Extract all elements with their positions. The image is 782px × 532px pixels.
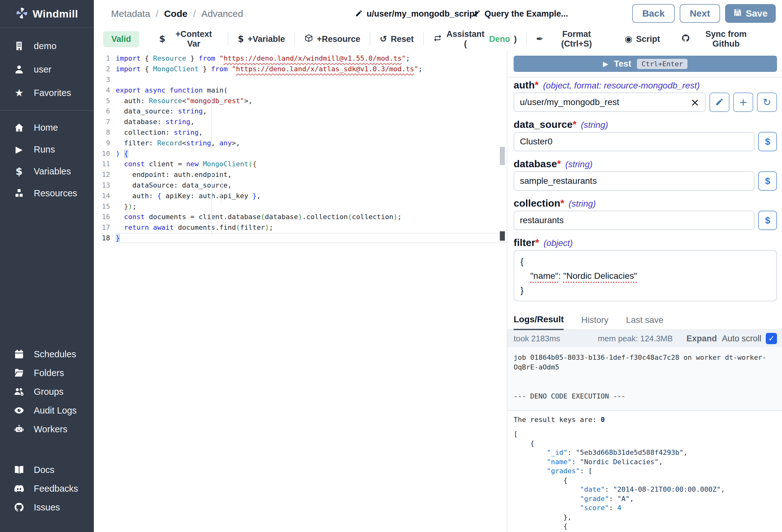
book-icon [13,464,25,476]
topbar-actions: Back Next Save [632,4,776,23]
play-icon: ▶ [603,60,608,68]
save-button[interactable]: Save [725,4,776,23]
clear-icon[interactable]: × [691,96,700,109]
dollar-icon: $ [159,35,165,43]
sidebar-item-runs[interactable]: ▶Runs [0,140,94,159]
sidebar-item-docs[interactable]: Docs [0,461,94,478]
database-field-label: database* (string) [513,158,777,169]
expand-button[interactable]: Expand [686,334,717,344]
editor-scrollbar-thumb[interactable] [500,147,505,165]
dollar-icon: $ [13,165,25,177]
insert-variable-button[interactable]: $ [758,132,777,151]
code-line: 18} [94,233,507,243]
script-kind-button[interactable]: ◉ Script [615,32,669,46]
sidebar-item-groups[interactable]: Groups [0,383,94,400]
brand[interactable]: Windmill [0,0,94,28]
breadcrumb-advanced[interactable]: Advanced [202,8,243,19]
result-json-line: }, [513,512,777,522]
sidebar-item-label: Groups [34,387,64,397]
run-stats-bar: took 2183ms mem peak: 124.3MB Expand Aut… [507,330,782,347]
add-resource-button[interactable]: +Resource [295,32,370,46]
add-context-var-button[interactable]: $ +Context Var [150,32,228,46]
collection-input[interactable]: restaurants [513,211,754,230]
sidebar-item-home[interactable]: Home [0,118,94,137]
data-source-input[interactable]: Cluster0 [513,132,754,151]
code-line: 8 collection: string, [94,127,507,138]
script-path: u/user/my_mongodb_script [366,9,477,19]
sidebar-item-label: Variables [34,166,71,177]
sync-from-github-button[interactable]: Sync from Github [672,32,768,46]
log-output[interactable]: job 01864b05-8033-b136-1def-f30c48ac7c28… [507,347,782,410]
github-icon [681,34,690,45]
breadcrumb-metadata[interactable]: Metadata [111,8,150,19]
result-json-line: { [513,476,777,485]
test-button[interactable]: ▶ Test Ctrl+Enter [513,55,777,72]
sidebar-item-workers[interactable]: Workers [0,421,94,438]
line-number: 2 [94,65,110,73]
code-line: 11 const client = new MongoClient({ [94,159,507,169]
sidebar-item-favorites[interactable]: ★Favorites [0,83,94,103]
add-variable-button[interactable]: $ +Variable [228,32,294,46]
autoscroll-checkbox[interactable]: ✓ [766,333,777,344]
sidebar-item-audit-logs[interactable]: Audit Logs [0,402,94,419]
database-input[interactable]: sample_restaurants [513,171,754,191]
sidebar-item-issues[interactable]: Issues [0,499,94,516]
line-number: 16 [94,213,110,221]
panel-divider [507,77,782,78]
insert-variable-button[interactable]: $ [758,171,777,191]
mem-peak-stat: mem peak: 124.3MB [598,334,673,344]
sidebar-item-schedules[interactable]: Schedules [0,346,94,363]
result-json: [ { "_id": "5eb3d668b31de5d588f4293b", "… [513,429,777,532]
line-number: 18 [94,234,110,242]
log-line [513,382,777,391]
code-line: 13 dataSource: data_source, [94,180,507,191]
pencil-icon [355,9,363,18]
script-path-edit[interactable]: u/user/my_mongodb_script [355,0,477,28]
filter-json-editor[interactable]: { "name": "Nordic Delicacies"} [513,250,777,301]
filter-field-label: filter* (object) [513,237,777,248]
building-icon [13,40,25,52]
auth-resource-input[interactable]: u/user/my_mongodb_rest × [513,92,706,112]
test-shortcut-badge: Ctrl+Enter [637,59,687,69]
insert-variable-button[interactable]: $ [758,211,777,230]
sidebar-group: SchedulesFoldersGroupsAudit LogsWorkers [0,346,94,438]
plus-icon: + [739,97,748,107]
toolbar: Valid $ +Context Var $ +Variable +Resour… [94,28,782,51]
sidebar-item-user[interactable]: user [0,60,94,79]
add-resource-button-small[interactable]: + [733,92,753,112]
sidebar-item-folders[interactable]: Folders [0,365,94,381]
line-number: 10 [94,150,110,157]
line-number: 3 [94,76,110,83]
code-line: 3 [94,74,507,85]
line-number: 8 [94,128,110,136]
indent-guide [221,172,221,203]
tab-logs-result[interactable]: Logs/Result [513,314,564,330]
sidebar-item-variables[interactable]: $Variables [0,162,94,181]
star-icon: ★ [13,87,25,99]
output-tabs: Logs/Result History Last save [507,312,782,330]
code-editor[interactable]: 1import { Resource } from "https://deno.… [94,51,507,532]
sidebar-item-feedbacks[interactable]: Feedbacks [0,480,94,497]
result-output[interactable]: The result keys are: 0 [ { "_id": "5eb3d… [507,411,782,532]
breadcrumb-code[interactable]: Code [164,8,187,19]
data-source-field-label: data_source* (string) [513,119,777,130]
refresh-resource-button[interactable]: ↻ [757,92,777,112]
sidebar-group: demouser★Favorites [0,36,94,103]
sidebar-item-demo[interactable]: demo [0,36,94,56]
pencil-icon [715,98,724,107]
tab-history[interactable]: History [581,315,608,330]
back-button[interactable]: Back [632,4,675,23]
editor-overview-ruler-mark [500,231,505,241]
home-icon [13,122,25,134]
script-summary-edit[interactable]: Query the Example... [473,0,568,28]
sidebar-item-resources[interactable]: Resources [0,184,94,202]
next-button[interactable]: Next [680,4,720,23]
format-button[interactable]: ✒ Format (Ctrl+S) [527,32,615,46]
tab-last-save[interactable]: Last save [626,315,664,330]
edit-resource-button[interactable] [709,92,730,112]
sidebar-item-label: Runs [34,144,55,155]
indent-guide [211,98,212,151]
reset-button[interactable]: ↺ Reset [370,32,423,46]
assistant-button[interactable]: Assistant (Deno) [424,32,526,46]
sidebar-item-label: user [34,64,51,75]
